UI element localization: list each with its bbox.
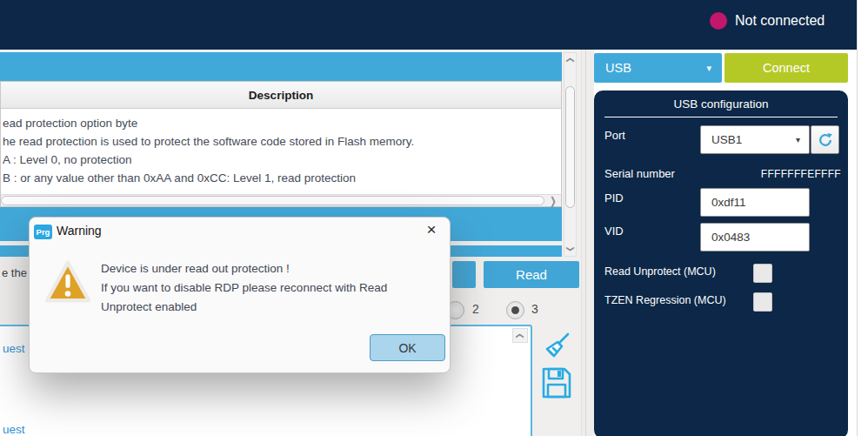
- clear-log-button[interactable]: [539, 328, 574, 365]
- description-column-header: Description: [1, 82, 561, 109]
- dialog-title: Warning: [57, 224, 102, 238]
- verbosity-radio-2-label: 2: [472, 302, 479, 316]
- top-bar: Not connected: [0, 0, 857, 50]
- table-row: A : Level 0, no protection: [3, 151, 561, 169]
- save-log-button[interactable]: [539, 365, 574, 401]
- vertical-scrollbar[interactable]: ❮ ❯: [564, 52, 577, 257]
- scroll-down-icon[interactable]: ❯: [564, 244, 577, 255]
- serial-number-value: FFFFFFFEFFFF: [761, 168, 841, 180]
- horizontal-scrollbar-thumb[interactable]: [1, 196, 544, 205]
- log-line: uest: [3, 342, 25, 355]
- tzen-regression-label: TZEN Regression (MCU): [604, 294, 726, 306]
- broom-icon: [542, 331, 571, 362]
- status-label: Not connected: [735, 13, 825, 29]
- usb-configuration-panel: USB configuration Port USB1 ▾ Serial num…: [594, 91, 848, 436]
- title-underline: [604, 117, 838, 117]
- read-button[interactable]: Read: [484, 261, 579, 288]
- refresh-icon: [818, 132, 833, 148]
- connect-button[interactable]: Connect: [724, 53, 848, 83]
- option-bytes-table: Description ead protection option byte h…: [0, 81, 562, 207]
- pid-field[interactable]: [700, 188, 810, 217]
- port-label: Port: [604, 129, 625, 142]
- tzen-regression-checkbox[interactable]: [753, 292, 772, 312]
- app-window: Not connected Description ead protection…: [0, 0, 868, 436]
- pid-label: PID: [604, 191, 624, 205]
- apply-button[interactable]: [452, 261, 476, 288]
- window-edge: [857, 0, 858, 436]
- log-line: uest: [3, 423, 25, 436]
- chevron-down-icon: ▾: [796, 135, 809, 144]
- serial-number-label: Serial number: [604, 167, 675, 180]
- read-unprotect-checkbox[interactable]: [753, 264, 772, 283]
- panel-divider: [581, 50, 594, 436]
- vid-field[interactable]: [700, 223, 810, 252]
- section-header-bar[interactable]: [0, 52, 562, 81]
- table-row: ead protection option byte: [3, 114, 561, 132]
- table-row: he read protection is used to protect th…: [3, 132, 561, 151]
- hint-text-fragment: e the: [2, 266, 27, 279]
- description-cell: ead protection option byte he read prote…: [1, 109, 561, 193]
- dialog-title-bar[interactable]: Prg Warning ×: [30, 218, 450, 244]
- save-floppy-icon: [541, 366, 572, 399]
- read-unprotect-label: Read Unprotect (MCU): [604, 265, 716, 278]
- horizontal-scrollbar[interactable]: ❯: [1, 194, 561, 206]
- warning-dialog: Prg Warning × Device is under read out p…: [29, 217, 451, 373]
- scroll-right-icon[interactable]: ❯: [548, 195, 558, 206]
- verbosity-radio-3[interactable]: [506, 301, 524, 319]
- connection-status: Not connected: [710, 12, 825, 30]
- app-badge-icon: Prg: [34, 225, 52, 239]
- warning-triangle-icon: [43, 258, 93, 305]
- vertical-scrollbar-thumb[interactable]: [565, 86, 575, 208]
- log-scroll-up-icon[interactable]: ❮: [512, 328, 528, 343]
- port-dropdown[interactable]: USB1 ▾: [700, 125, 810, 154]
- chevron-down-icon: ▾: [706, 63, 722, 74]
- close-icon[interactable]: ×: [422, 220, 441, 239]
- ok-button[interactable]: OK: [370, 334, 445, 361]
- usb-configuration-title: USB configuration: [594, 91, 848, 111]
- interface-dropdown-value: USB: [594, 61, 706, 75]
- table-row: B : or any value other than 0xAA and 0xC…: [3, 169, 561, 187]
- dialog-message: Device is under read out protection ! If…: [101, 259, 387, 317]
- status-dot-icon: [710, 12, 727, 30]
- port-dropdown-value: USB1: [701, 133, 796, 146]
- verbosity-radio-3-label: 3: [531, 302, 538, 316]
- scroll-up-icon[interactable]: ❮: [564, 55, 577, 66]
- interface-dropdown[interactable]: USB ▾: [594, 53, 722, 83]
- table-row: C : Level 2, chip protection: [3, 187, 561, 191]
- vid-label: VID: [604, 225, 624, 238]
- refresh-ports-button[interactable]: [811, 125, 839, 154]
